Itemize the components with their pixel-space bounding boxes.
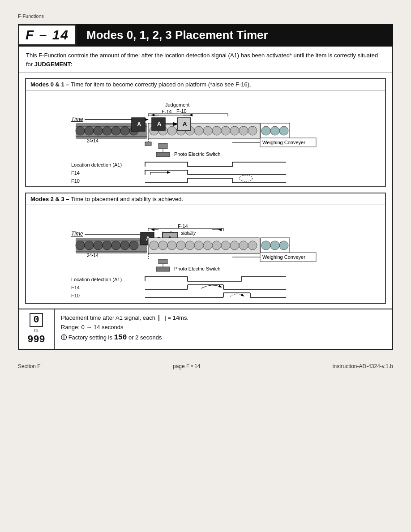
svg-point-102 (176, 241, 185, 250)
modes-01-header: Modes 0 & 1 – Time for item to become co… (26, 79, 385, 90)
svg-text:Photo Electric Switch: Photo Electric Switch (174, 151, 220, 157)
modes-23-header: Modes 2 & 3 – Time to placement and stab… (26, 193, 385, 205)
bottom-info: 0 to 999 Placement time after A1 signal,… (19, 309, 392, 349)
svg-text:Time: Time (71, 231, 83, 237)
svg-point-34 (203, 126, 212, 135)
svg-rect-55 (156, 152, 170, 157)
svg-text:24•14: 24•14 (87, 253, 98, 258)
svg-rect-26 (145, 142, 151, 146)
svg-text:A: A (137, 121, 141, 128)
svg-point-84 (85, 241, 94, 250)
svg-point-112 (270, 241, 279, 250)
svg-point-35 (212, 126, 221, 135)
footer-left: Section F (18, 363, 41, 369)
svg-text:stability: stability (181, 231, 196, 236)
svg-text:Time: Time (71, 116, 83, 122)
svg-point-18 (111, 126, 120, 135)
svg-point-33 (194, 126, 203, 135)
svg-text:F10: F10 (71, 178, 80, 184)
svg-point-108 (230, 241, 239, 250)
svg-text:Judgement: Judgement (165, 102, 189, 107)
svg-text:A: A (183, 120, 187, 127)
range-box: 0 to 999 (19, 309, 55, 349)
svg-text:Weighing Conveyer: Weighing Conveyer (262, 254, 305, 260)
intro-paragraph: This F-Function controls the amount of t… (19, 47, 392, 73)
svg-point-103 (185, 241, 194, 250)
f-number: F – 14 (18, 24, 77, 46)
range-to: to (34, 328, 38, 333)
svg-text:Weighing Conveyer: Weighing Conveyer (262, 140, 305, 145)
page-title: Modes 0, 1, 2, 3 Placement Timer (77, 24, 393, 46)
svg-point-16 (94, 126, 103, 135)
range-top: 0 (30, 313, 43, 327)
description-line1: Placement time after A1 signal, each | |… (61, 313, 188, 323)
svg-text:Location detection (A1): Location detection (A1) (71, 162, 122, 167)
svg-text:F14: F14 (71, 170, 80, 176)
svg-point-46 (270, 126, 279, 135)
range-line: Range: 0 → 14 seconds (61, 323, 188, 332)
svg-text:F-10: F-10 (176, 108, 187, 114)
svg-text:A: A (157, 120, 162, 127)
modes-23-conveyer-svg: Time F-14 inertia stability (30, 209, 381, 300)
factory-line: ⓘ Factory setting is 150 or 2 seconds (61, 332, 188, 344)
svg-point-104 (194, 241, 203, 250)
svg-point-88 (120, 241, 129, 250)
svg-rect-121 (156, 267, 170, 271)
svg-point-30 (167, 126, 176, 135)
modes-01-section: Modes 0 & 1 – Time for item to become co… (25, 78, 386, 187)
svg-point-107 (221, 241, 230, 250)
modes-23-section: Modes 2 & 3 – Time to placement and stab… (25, 193, 386, 304)
svg-point-109 (239, 241, 248, 250)
svg-point-83 (76, 241, 85, 250)
section-label: F-Functions (18, 13, 393, 19)
svg-point-15 (85, 126, 94, 135)
svg-point-89 (129, 241, 138, 250)
footer-center: page F • 14 (173, 363, 201, 369)
svg-point-113 (279, 241, 288, 250)
svg-point-71 (239, 175, 253, 181)
svg-point-86 (103, 241, 111, 250)
svg-point-106 (212, 241, 221, 250)
svg-text:Location detection (A1): Location detection (A1) (71, 277, 122, 282)
modes-01-conveyer-svg: Time Judgement (30, 94, 381, 184)
svg-point-110 (248, 241, 257, 250)
svg-point-17 (103, 126, 111, 135)
svg-point-85 (94, 241, 103, 250)
svg-text:F10: F10 (71, 293, 80, 298)
svg-rect-53 (158, 143, 167, 149)
svg-point-36 (221, 126, 230, 135)
main-content-box: This F-Function controls the amount of t… (18, 46, 393, 350)
svg-point-45 (261, 126, 270, 135)
modes-01-diagram: Time Judgement (26, 90, 385, 186)
page-footer: Section F page F • 14 instruction-AD-432… (18, 363, 393, 369)
range-bottom: 999 (27, 334, 45, 345)
svg-text:Photo Electric Switch: Photo Electric Switch (174, 266, 220, 271)
page: F-Functions F – 14 Modes 0, 1, 2, 3 Plac… (0, 0, 411, 532)
svg-point-99 (150, 241, 158, 250)
svg-text:F-14: F-14 (178, 223, 188, 229)
modes-23-diagram: Time F-14 inertia stability (26, 205, 385, 303)
svg-point-14 (76, 126, 85, 135)
svg-point-37 (230, 126, 239, 135)
svg-text:24•14: 24•14 (87, 138, 98, 143)
svg-point-19 (120, 126, 129, 135)
svg-point-87 (111, 241, 120, 250)
footer-right: instruction-AD-4324-v.1.b (333, 363, 393, 369)
svg-text:F-14: F-14 (162, 109, 172, 114)
svg-point-47 (279, 126, 288, 135)
svg-point-39 (248, 126, 257, 135)
svg-point-101 (167, 241, 176, 250)
svg-point-111 (261, 241, 270, 250)
svg-point-100 (158, 241, 167, 250)
range-text-area: Placement time after A1 signal, each | |… (55, 309, 195, 349)
svg-rect-119 (158, 259, 167, 264)
title-bar: F – 14 Modes 0, 1, 2, 3 Placement Timer (18, 24, 393, 46)
svg-point-105 (203, 241, 212, 250)
svg-text:F14: F14 (71, 285, 80, 290)
svg-point-38 (239, 126, 248, 135)
factory-value: 150 (114, 334, 127, 342)
